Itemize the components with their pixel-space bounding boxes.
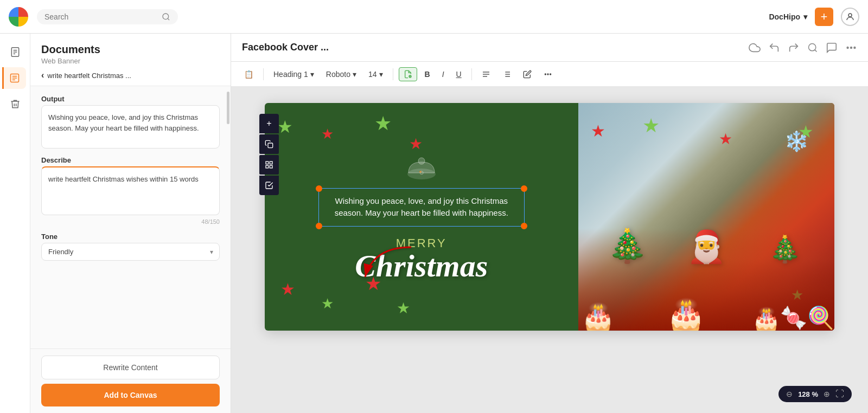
- left-panel-footer: Rewrite Content Add to Canvas: [30, 349, 231, 413]
- comment-icon[interactable]: [826, 42, 838, 54]
- svg-rect-30: [266, 162, 269, 164]
- star-red-1: ★: [321, 126, 334, 143]
- add-to-canvas-button[interactable]: Add to Canvas: [41, 384, 220, 406]
- add-element-button[interactable]: +: [259, 114, 279, 133]
- left-panel-header: Documents Web Banner ‹ write heartfelt C…: [30, 34, 231, 86]
- banner-background: ★ ★ ★ ★ ★ ★ ★ ★: [265, 103, 834, 331]
- create-button[interactable]: +: [815, 8, 833, 26]
- rail-trash[interactable]: [4, 93, 26, 115]
- tone-select[interactable]: Friendly Professional Casual Formal: [41, 243, 220, 261]
- separator-1: [263, 68, 264, 80]
- search-icon: [162, 12, 170, 21]
- separator-3: [471, 68, 472, 80]
- tone-wrapper: Friendly Professional Casual Formal ▾: [41, 243, 220, 261]
- font-chevron-icon: ▾: [353, 70, 356, 79]
- separator-2: [393, 68, 393, 80]
- handle-tl: [316, 185, 322, 192]
- char-count: 48/150: [41, 218, 220, 225]
- canvas-tools: +: [259, 114, 279, 195]
- bold-button[interactable]: B: [420, 68, 435, 81]
- output-section: Output Wishing you peace, love, and joy …: [41, 95, 220, 149]
- back-chevron: ‹: [41, 70, 44, 80]
- left-panel: Documents Web Banner ‹ write heartfelt C…: [30, 34, 231, 413]
- user-button[interactable]: [841, 8, 859, 26]
- search-input[interactable]: [44, 12, 157, 21]
- star-red-6: ★: [719, 130, 732, 148]
- banner-selected-text: Wishing you peace, love, and joy this Ch…: [329, 195, 514, 220]
- fullscreen-button[interactable]: ⛶: [835, 389, 844, 399]
- svg-rect-32: [266, 165, 269, 168]
- svg-point-26: [545, 74, 546, 75]
- banner-photo-side: ★ ★ ★ ★ ★ 🎄: [578, 103, 835, 331]
- docs-subtitle: Web Banner: [41, 57, 220, 65]
- canvas-scroll[interactable]: + ★ ★ ★: [231, 87, 868, 413]
- svg-point-13: [847, 47, 848, 48]
- svg-point-27: [547, 74, 548, 75]
- canvas-topbar: Facebook Cover ...: [231, 34, 868, 62]
- zoom-out-button[interactable]: ⊖: [786, 390, 793, 398]
- describe-input[interactable]: write heartfelt Christmas wishes within …: [41, 166, 220, 215]
- ornament: ❄️: [784, 130, 809, 153]
- font-selector[interactable]: Roboto ▾: [322, 68, 361, 81]
- star-green-5: ★: [642, 114, 660, 137]
- handle-bl: [316, 223, 322, 229]
- left-panel-body: Output Wishing you peace, love, and joy …: [30, 86, 231, 349]
- rewrite-button[interactable]: Rewrite Content: [41, 356, 220, 379]
- cloud-save-icon[interactable]: [749, 42, 761, 54]
- main-layout: Documents Web Banner ‹ write heartfelt C…: [0, 34, 868, 413]
- handle-br: [521, 223, 527, 229]
- svg-rect-29: [268, 143, 273, 148]
- svg-rect-31: [270, 162, 272, 164]
- list-button[interactable]: [498, 68, 515, 81]
- back-nav[interactable]: ‹ write heartfelt Christmas ...: [41, 70, 220, 80]
- heading-label: Heading 1: [273, 70, 308, 79]
- brand-button[interactable]: DocHipo ▾: [769, 12, 807, 21]
- svg-point-28: [550, 74, 551, 75]
- selected-text-box[interactable]: Wishing you peace, love, and joy this Ch…: [318, 188, 525, 227]
- output-text: Wishing you peace, love, and joy this Ch…: [41, 105, 220, 149]
- size-label: 14: [368, 70, 377, 79]
- svg-point-11: [809, 43, 816, 50]
- italic-button[interactable]: I: [438, 68, 449, 81]
- heading-selector[interactable]: Heading 1 ▾: [269, 68, 318, 81]
- star-green-4: ★: [397, 299, 410, 317]
- app-logo[interactable]: [9, 7, 28, 27]
- svg-text:⊙: ⊙: [419, 170, 424, 176]
- describe-label: Describe: [41, 156, 220, 164]
- more-format-button[interactable]: [539, 68, 557, 81]
- rail-document[interactable]: [4, 41, 26, 63]
- search-canvas-icon[interactable]: [807, 42, 818, 53]
- undo-icon[interactable]: [768, 42, 780, 54]
- back-label: write heartfelt Christmas ...: [47, 72, 131, 80]
- tone-section: Tone Friendly Professional Casual Formal…: [41, 233, 220, 261]
- duplicate-button[interactable]: [259, 134, 279, 154]
- paint-bucket-button[interactable]: [399, 67, 417, 81]
- svg-point-14: [851, 47, 852, 48]
- svg-rect-33: [270, 165, 272, 168]
- nav-right: DocHipo ▾ +: [769, 8, 859, 26]
- align-button[interactable]: [477, 68, 495, 81]
- zoom-in-button[interactable]: ⊕: [824, 390, 830, 398]
- output-label: Output: [41, 95, 220, 103]
- handle-tr: [521, 185, 527, 192]
- clipboard-button[interactable]: 📋: [240, 68, 258, 81]
- top-nav: DocHipo ▾ +: [0, 0, 868, 34]
- svg-point-0: [163, 14, 169, 20]
- grid-button[interactable]: [259, 155, 279, 175]
- pencil-icon: [523, 70, 532, 79]
- layers-button[interactable]: [259, 176, 279, 195]
- more-options-icon[interactable]: [845, 42, 857, 54]
- describe-section: Describe write heartfelt Christmas wishe…: [41, 156, 220, 225]
- redo-icon[interactable]: [788, 42, 800, 54]
- icon-rail: [0, 34, 30, 413]
- underline-button[interactable]: U: [452, 68, 466, 81]
- pencil-button[interactable]: [519, 68, 536, 81]
- rail-ai-writer[interactable]: [2, 67, 26, 89]
- star-red-5: ★: [591, 121, 605, 140]
- christmas-banner[interactable]: ★ ★ ★ ★ ★ ★ ★ ★: [265, 103, 834, 331]
- candy-canes: 🍬🍭: [780, 305, 834, 331]
- brand-name: DocHipo: [769, 12, 800, 21]
- format-toolbar: 📋 Heading 1 ▾ Roboto ▾ 14 ▾ B I U: [231, 62, 868, 87]
- size-selector[interactable]: 14 ▾: [364, 68, 387, 81]
- star-red-2: ★: [409, 135, 423, 153]
